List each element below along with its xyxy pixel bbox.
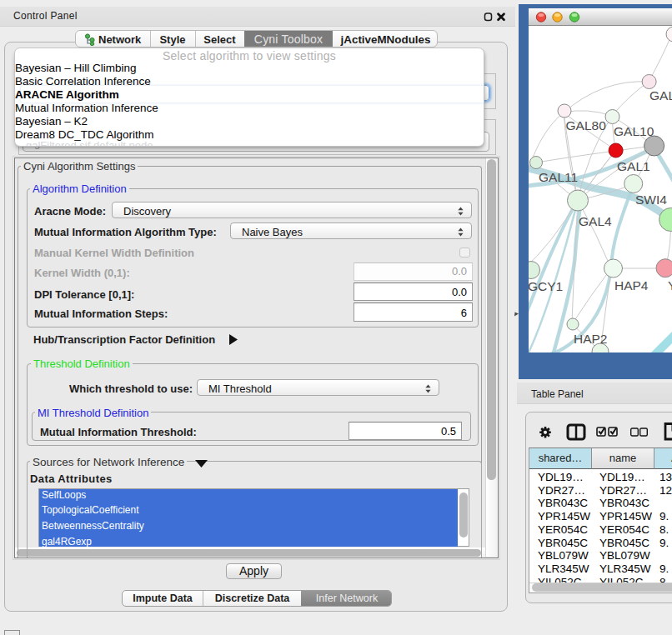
svg-text:HAP2: HAP2 <box>574 332 608 346</box>
svg-text:HAP4: HAP4 <box>614 278 649 292</box>
svg-text:GAL11: GAL11 <box>539 170 578 184</box>
svg-text:GCY1: GCY1 <box>529 279 563 293</box>
svg-text:GAL1: GAL1 <box>617 159 650 173</box>
svg-text:Y: Y <box>668 278 672 292</box>
svg-text:GAL2: GAL2 <box>649 88 672 102</box>
svg-text:GAL4: GAL4 <box>579 214 612 228</box>
svg-text:SWI4: SWI4 <box>635 192 667 207</box>
svg-text:GAL80: GAL80 <box>566 118 607 132</box>
svg-text:GAL10: GAL10 <box>614 124 654 138</box>
